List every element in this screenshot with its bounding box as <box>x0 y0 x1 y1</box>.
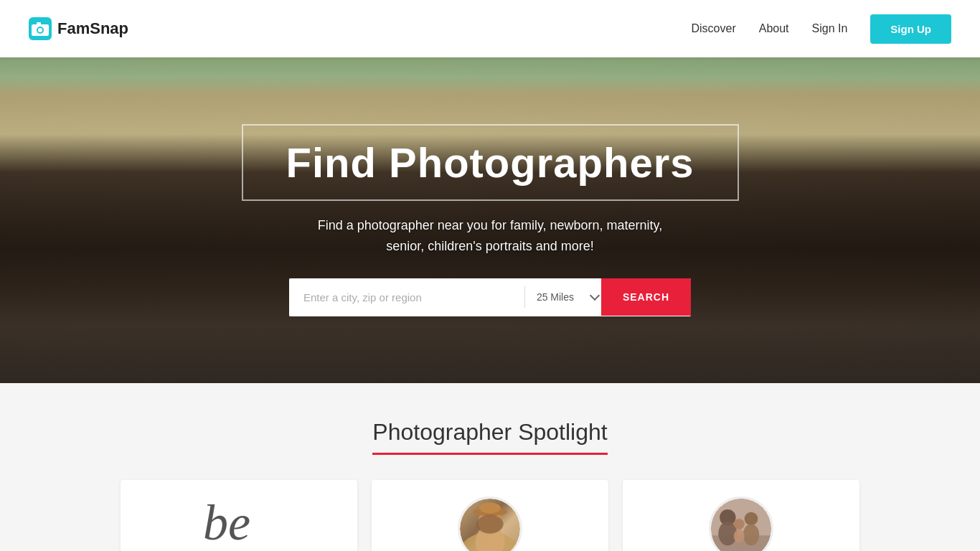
spotlight-card-2[interactable] <box>372 480 608 551</box>
spotlight-card-1[interactable]: be NA LYN PHO TICUT FAMILY P <box>121 480 357 551</box>
svg-point-18 <box>734 519 745 529</box>
photographer-logo-1: be NA LYN PHO TICUT FAMILY P <box>176 494 301 551</box>
hero-subtitle: Find a photographer near you for family,… <box>242 215 739 257</box>
svg-point-10 <box>479 503 501 514</box>
camera-icon <box>29 17 52 40</box>
search-bar: 10 Miles 25 Miles 50 Miles 100 Miles SEA… <box>289 278 691 316</box>
chevron-down-icon <box>590 291 600 301</box>
nav-about[interactable]: About <box>759 22 789 35</box>
hero-subtitle-line2: senior, children's portraits and more! <box>386 239 594 253</box>
signup-button[interactable]: Sign Up <box>870 14 951 44</box>
nav-signin[interactable]: Sign In <box>812 22 848 35</box>
spotlight-title: Photographer Spotlight <box>372 419 607 455</box>
avatar-image-2 <box>460 499 520 551</box>
svg-rect-4 <box>37 22 41 25</box>
spotlight-cards: be NA LYN PHO TICUT FAMILY P <box>29 480 951 551</box>
hero-section: Find Photographers Find a photographer n… <box>0 0 980 383</box>
hero-subtitle-line1: Find a photographer near you for family,… <box>318 218 663 232</box>
hero-title: Find Photographers <box>286 138 694 187</box>
search-button[interactable]: SEARCH <box>601 278 691 316</box>
avatar-image-3 <box>711 499 771 551</box>
svg-point-17 <box>743 524 759 545</box>
svg-text:be: be <box>203 495 250 549</box>
brand-logo-link[interactable]: FamSnap <box>29 17 128 40</box>
hero-content: Find Photographers Find a photographer n… <box>227 110 753 331</box>
svg-point-11 <box>476 514 503 533</box>
avatar-svg-2 <box>460 496 520 551</box>
brand-name: FamSnap <box>57 19 128 38</box>
monogram: be <box>203 494 275 551</box>
nav-links: Discover About Sign In Sign Up <box>691 14 951 44</box>
monogram-svg: be <box>203 494 275 548</box>
photographer-avatar-3 <box>709 496 773 551</box>
location-search-input[interactable] <box>289 278 524 316</box>
navbar: FamSnap Discover About Sign In Sign Up <box>0 0 980 57</box>
distance-select-wrapper: 10 Miles 25 Miles 50 Miles 100 Miles <box>525 278 601 316</box>
nav-discover[interactable]: Discover <box>691 22 735 35</box>
spotlight-section: Photographer Spotlight be NA LYN PHO TIC… <box>0 383 980 551</box>
svg-point-3 <box>38 28 42 32</box>
svg-point-16 <box>745 512 758 526</box>
avatar-svg-3 <box>711 496 771 551</box>
spotlight-header: Photographer Spotlight <box>29 419 951 455</box>
spotlight-card-3[interactable] <box>623 480 859 551</box>
hero-title-box: Find Photographers <box>242 124 739 201</box>
photographer-avatar-2 <box>458 496 522 551</box>
svg-point-19 <box>734 529 745 543</box>
distance-select[interactable]: 10 Miles 25 Miles 50 Miles 100 Miles <box>528 278 588 316</box>
